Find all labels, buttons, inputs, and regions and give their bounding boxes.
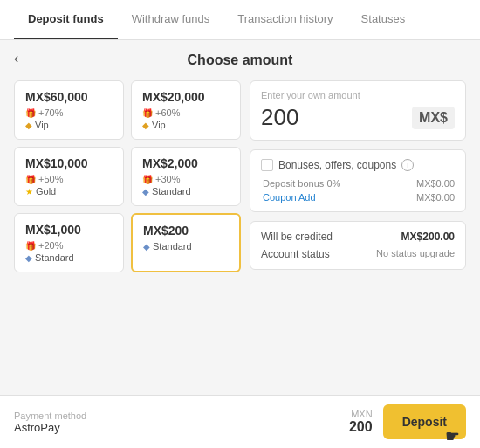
currency-badge: MX$ xyxy=(412,107,455,129)
credited-value: MX$200.00 xyxy=(401,231,455,243)
footer-currency: MXN xyxy=(349,409,373,419)
payment-method-value: AstroPay xyxy=(14,421,86,434)
vip-icon-0: ◆ xyxy=(25,121,32,130)
tab-history[interactable]: Transaction history xyxy=(223,0,346,39)
amount-card-2[interactable]: MX$10,000 🎁 +50% ★ Gold xyxy=(14,147,124,206)
summary-section: Will be credited MX$200.00 Account statu… xyxy=(250,221,466,270)
card-status-4: ◆ Standard xyxy=(25,252,113,263)
coupon-label: Coupon Add xyxy=(263,192,316,203)
footer: Payment method AstroPay MXN 200 Deposit … xyxy=(0,395,480,448)
input-label: Enter your own amount xyxy=(261,90,455,100)
amount-card-0[interactable]: MX$60,000 🎁 +70% ◆ Vip xyxy=(14,80,124,140)
cursor-icon: ☛ xyxy=(445,427,459,446)
card-amount-3: MX$2,000 xyxy=(142,156,230,170)
app-container: Deposit funds Withdraw funds Transaction… xyxy=(0,0,480,448)
deposit-bonus-label: Deposit bonus 0% xyxy=(263,178,340,189)
payment-method-label: Payment method xyxy=(14,410,86,421)
deposit-bonus-row: Deposit bonus 0% MX$0.00 xyxy=(261,178,455,189)
deposit-bonus-value: MX$0.00 xyxy=(416,178,455,189)
page-title: Choose amount xyxy=(14,52,466,68)
gift-icon-1: 🎁 xyxy=(142,108,153,118)
card-bonus-4: 🎁 +20% xyxy=(25,240,113,251)
gift-icon-4: 🎁 xyxy=(25,241,36,251)
amount-display[interactable]: 200 xyxy=(261,104,298,131)
footer-amount: MXN 200 xyxy=(349,409,373,435)
card-amount-2: MX$10,000 xyxy=(25,156,113,170)
card-bonus-1: 🎁 +60% xyxy=(142,107,230,118)
amount-card-4[interactable]: MX$1,000 🎁 +20% ◆ Standard xyxy=(14,213,124,272)
account-status-label: Account status xyxy=(261,248,330,260)
coupon-value: MX$0.00 xyxy=(416,192,455,203)
coupon-row: Coupon Add MX$0.00 xyxy=(261,192,455,203)
bonuses-checkbox[interactable] xyxy=(261,159,273,171)
card-bonus-3: 🎁 +30% xyxy=(142,174,230,184)
amount-card-3[interactable]: MX$2,000 🎁 +30% ◆ Standard xyxy=(131,147,241,206)
bonuses-label: Bonuses, offers, coupons xyxy=(278,159,396,171)
input-row: 200 MX$ xyxy=(261,104,455,131)
gift-icon-3: 🎁 xyxy=(142,175,153,184)
card-status-1: ◆ Vip xyxy=(142,120,230,130)
card-status-3: ◆ Standard xyxy=(142,186,230,196)
card-status-0: ◆ Vip xyxy=(25,120,113,130)
vip-icon-1: ◆ xyxy=(142,121,149,130)
gift-icon-2: 🎁 xyxy=(25,175,36,184)
card-status-5: ◆ Standard xyxy=(143,241,229,252)
amount-cards-grid: MX$60,000 🎁 +70% ◆ Vip MX$20,000 🎁 xyxy=(14,80,241,272)
gold-icon-2: ★ xyxy=(25,187,33,196)
tab-statuses[interactable]: Statuses xyxy=(347,0,420,39)
status-row: Account status No status upgrade xyxy=(261,248,455,260)
payment-method-section: Payment method AstroPay xyxy=(14,410,86,434)
footer-right: MXN 200 Deposit ☛ xyxy=(349,404,466,439)
info-icon[interactable]: i xyxy=(401,159,414,171)
coupon-add-link[interactable]: Add xyxy=(298,192,316,203)
card-amount-0: MX$60,000 xyxy=(25,90,113,104)
main-content: ‹ Choose amount MX$60,000 🎁 +70% ◆ Vip xyxy=(0,40,480,395)
card-bonus-0: 🎁 +70% xyxy=(25,107,113,118)
bonuses-toggle-row: Bonuses, offers, coupons i xyxy=(261,159,455,171)
standard-icon-4: ◆ xyxy=(25,253,32,263)
gift-icon-0: 🎁 xyxy=(25,108,36,118)
card-amount-1: MX$20,000 xyxy=(142,90,230,104)
amount-input-box: Enter your own amount 200 MX$ xyxy=(250,80,466,141)
card-bonus-2: 🎁 +50% xyxy=(25,174,113,184)
right-panel: Enter your own amount 200 MX$ Bonuses, o… xyxy=(250,80,466,272)
card-amount-5: MX$200 xyxy=(143,224,229,238)
tab-deposit[interactable]: Deposit funds xyxy=(14,0,118,39)
back-button[interactable]: ‹ xyxy=(14,51,18,66)
amount-card-1[interactable]: MX$20,000 🎁 +60% ◆ Vip xyxy=(131,80,241,140)
credited-row: Will be credited MX$200.00 xyxy=(261,231,455,243)
card-status-2: ★ Gold xyxy=(25,186,113,196)
footer-value: 200 xyxy=(349,419,373,435)
content-row: MX$60,000 🎁 +70% ◆ Vip MX$20,000 🎁 xyxy=(14,80,466,272)
tab-bar: Deposit funds Withdraw funds Transaction… xyxy=(0,0,480,40)
account-status-value: No status upgrade xyxy=(376,248,455,260)
standard-icon-5: ◆ xyxy=(143,242,150,252)
card-amount-4: MX$1,000 xyxy=(25,223,113,237)
standard-icon-3: ◆ xyxy=(142,187,149,196)
tab-withdraw[interactable]: Withdraw funds xyxy=(118,0,224,39)
amount-card-5[interactable]: MX$200 ◆ Standard xyxy=(131,213,241,272)
credited-label: Will be credited xyxy=(261,231,333,243)
deposit-button[interactable]: Deposit ☛ xyxy=(383,404,466,439)
bonuses-section: Bonuses, offers, coupons i Deposit bonus… xyxy=(250,149,466,212)
